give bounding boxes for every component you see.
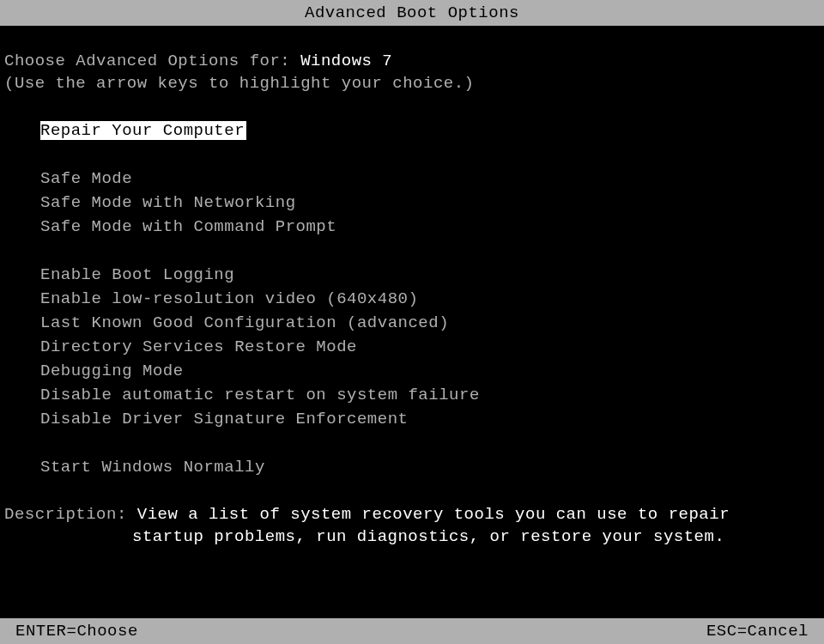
content-area: Choose Advanced Options for: Windows 7 (…: [0, 26, 824, 546]
menu-item-label: Disable automatic restart on system fail…: [0, 386, 480, 404]
prompt-line: Choose Advanced Options for: Windows 7: [0, 26, 824, 70]
description-text-line1: View a list of system recovery tools you…: [137, 505, 730, 524]
menu-item-label: Enable low-resolution video (640x480): [0, 289, 418, 308]
menu-item-label: Disable Driver Signature Enforcement: [0, 410, 408, 428]
description-label: Description:: [4, 505, 137, 524]
menu-item[interactable]: Safe Mode: [0, 167, 824, 191]
menu-group-separator: [0, 239, 824, 263]
menu-item[interactable]: Debugging Mode: [0, 359, 824, 383]
footer-enter-hint: ENTER=Choose: [15, 618, 138, 644]
menu-item[interactable]: Start Windows Normally: [0, 455, 824, 479]
os-name: Windows 7: [300, 52, 392, 70]
menu-item[interactable]: Enable low-resolution video (640x480): [0, 287, 824, 311]
description-text-line2: startup problems, run diagnostics, or re…: [4, 527, 824, 546]
menu-item[interactable]: Repair Your Computer: [0, 118, 246, 143]
menu-item-label: Repair Your Computer: [40, 121, 246, 140]
menu-item-label: Last Known Good Configuration (advanced): [0, 313, 449, 332]
boot-menu[interactable]: Repair Your ComputerSafe ModeSafe Mode w…: [0, 118, 824, 479]
menu-item-label: Safe Mode with Networking: [0, 193, 296, 212]
menu-item[interactable]: Disable automatic restart on system fail…: [0, 383, 824, 407]
header-bar: Advanced Boot Options: [0, 0, 824, 26]
menu-item[interactable]: Enable Boot Logging: [0, 263, 824, 287]
menu-item-label: Directory Services Restore Mode: [0, 337, 357, 356]
menu-item-label: Debugging Mode: [0, 361, 184, 380]
menu-item[interactable]: Directory Services Restore Mode: [0, 335, 824, 359]
menu-item-label: Safe Mode with Command Prompt: [0, 217, 336, 236]
menu-item-label: Safe Mode: [0, 169, 132, 188]
description-block: Description: View a list of system recov…: [0, 505, 824, 546]
menu-item[interactable]: Last Known Good Configuration (advanced): [0, 311, 824, 335]
menu-item[interactable]: Safe Mode with Command Prompt: [0, 215, 824, 239]
footer-esc-hint: ESC=Cancel: [706, 618, 809, 644]
menu-group-separator: [0, 143, 824, 167]
menu-item[interactable]: Disable Driver Signature Enforcement: [0, 407, 824, 431]
menu-item[interactable]: Safe Mode with Networking: [0, 191, 824, 215]
menu-item-label: Enable Boot Logging: [0, 265, 234, 284]
footer-bar: ENTER=Choose ESC=Cancel: [0, 618, 824, 644]
header-title: Advanced Boot Options: [305, 3, 519, 22]
menu-group-separator: [0, 431, 824, 455]
menu-item-label: Start Windows Normally: [0, 458, 265, 477]
instruction-line: (Use the arrow keys to highlight your ch…: [0, 70, 824, 93]
prompt-label: Choose Advanced Options for:: [4, 52, 300, 70]
